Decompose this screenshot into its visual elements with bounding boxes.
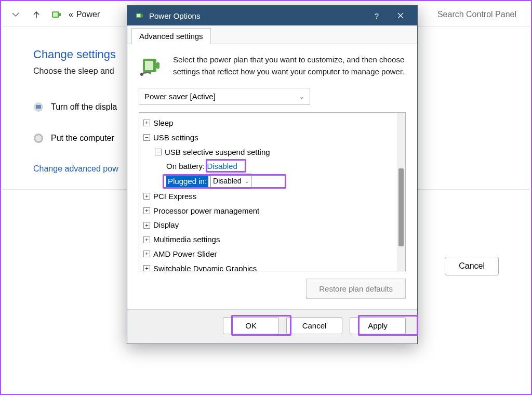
close-icon <box>397 12 404 19</box>
help-button[interactable]: ? <box>367 6 386 25</box>
tab-strip: Advanced settings <box>127 25 417 44</box>
setting-value-select[interactable]: Disabled ⌄ <box>210 174 251 189</box>
tree-item-multimedia[interactable]: +Multimedia settings <box>140 232 396 247</box>
tab-advanced-settings[interactable]: Advanced settings <box>131 28 211 44</box>
tree-item-usb[interactable]: −USB settings <box>140 130 396 145</box>
chevron-down-icon: ⌄ <box>299 93 304 100</box>
scrollbar[interactable] <box>397 113 405 271</box>
row-label: Put the computer <box>51 134 114 143</box>
ok-button[interactable]: OK <box>223 317 279 334</box>
tree-item-amd[interactable]: +AMD Power Slider <box>140 247 396 261</box>
svg-rect-12 <box>145 61 153 70</box>
expand-icon[interactable]: + <box>143 251 150 257</box>
svg-point-6 <box>35 135 42 141</box>
dialog-description: Select the power plan that you want to c… <box>173 54 406 78</box>
search-input[interactable]: Search Control Panel <box>430 6 524 23</box>
tree-label: AMD Power Slider <box>153 247 217 261</box>
chevron-down-icon: ⌄ <box>245 177 249 187</box>
svg-rect-8 <box>142 15 143 17</box>
tree-label: USB selective suspend setting <box>165 145 270 160</box>
tree-label: Processor power management <box>153 204 259 218</box>
collapse-icon[interactable]: − <box>143 134 150 141</box>
cancel-button[interactable]: Cancel <box>286 317 342 334</box>
tree-label: Multimedia settings <box>153 232 220 247</box>
collapse-icon[interactable]: − <box>155 149 162 155</box>
chevron-down-icon <box>11 10 20 19</box>
display-icon <box>33 102 44 112</box>
tab-content: Select the power plan that you want to c… <box>127 44 417 309</box>
cancel-button[interactable]: Cancel <box>445 257 499 275</box>
power-options-dialog: Power Options ? Advanced settings Select… <box>127 5 418 344</box>
svg-rect-1 <box>59 13 61 16</box>
expand-icon[interactable]: + <box>143 120 150 126</box>
arrow-up-icon <box>32 10 41 19</box>
settings-tree: +Sleep −USB settings −USB selective susp… <box>139 112 406 271</box>
tree-label: Display <box>153 218 179 232</box>
restore-defaults-button[interactable]: Restore plan defaults <box>306 279 406 299</box>
tree-item-display[interactable]: +Display <box>140 218 396 232</box>
tree-viewport[interactable]: +Sleep −USB settings −USB selective susp… <box>139 113 397 271</box>
tree-item-on-battery[interactable]: On battery: Disabled <box>140 159 396 174</box>
expand-icon[interactable]: + <box>143 265 150 271</box>
dialog-titlebar[interactable]: Power Options ? <box>127 6 417 25</box>
row-label: Turn off the displa <box>51 102 117 112</box>
tree-item-switchable[interactable]: +Switchable Dynamic Graphics <box>140 261 396 271</box>
apply-button[interactable]: Apply <box>350 317 406 334</box>
back-button[interactable] <box>8 7 23 22</box>
breadcrumb[interactable]: « Power <box>69 10 100 19</box>
svg-rect-2 <box>53 12 58 17</box>
breadcrumb-text: Power <box>76 10 100 19</box>
power-plan-select[interactable]: Power saver [Active] ⌄ <box>139 88 310 105</box>
expand-icon[interactable]: + <box>143 236 150 243</box>
tree-item-pci[interactable]: +PCI Express <box>140 189 396 204</box>
select-value: Disabled <box>213 175 241 188</box>
battery-icon <box>50 8 62 21</box>
battery-icon <box>135 11 144 20</box>
tree-item-usb-suspend[interactable]: −USB selective suspend setting <box>140 145 396 160</box>
up-button[interactable] <box>29 7 44 22</box>
tree-item-plugged-in[interactable]: Plugged in: Disabled ⌄ <box>140 174 396 189</box>
svg-rect-9 <box>137 14 141 17</box>
expand-icon[interactable]: + <box>143 207 150 214</box>
tree-item-sleep[interactable]: +Sleep <box>140 116 396 130</box>
breadcrumb-separator: « <box>69 10 73 19</box>
sleep-icon <box>33 133 44 143</box>
dialog-title-text: Power Options <box>149 11 200 20</box>
setting-value[interactable]: Disabled <box>207 159 237 174</box>
tree-label: Switchable Dynamic Graphics <box>153 261 257 271</box>
power-plan-value: Power saver [Active] <box>144 92 216 101</box>
close-button[interactable] <box>391 6 410 25</box>
svg-rect-4 <box>36 105 41 109</box>
svg-point-13 <box>140 73 143 76</box>
setting-label: On battery: <box>166 159 205 174</box>
tree-item-processor[interactable]: +Processor power management <box>140 204 396 218</box>
expand-icon[interactable]: + <box>143 193 150 200</box>
dialog-footer: OK Cancel Apply <box>127 309 417 344</box>
svg-rect-11 <box>156 62 159 69</box>
tree-label: PCI Express <box>153 189 196 204</box>
tree-label: Sleep <box>153 116 173 130</box>
setting-label-selected: Plugged in: <box>166 174 208 189</box>
battery-large-icon <box>139 54 164 78</box>
tree-label: USB settings <box>153 130 198 145</box>
dialog-body: Advanced settings Select the power plan … <box>127 25 417 344</box>
scrollbar-thumb[interactable] <box>398 168 404 246</box>
expand-icon[interactable]: + <box>143 222 150 229</box>
